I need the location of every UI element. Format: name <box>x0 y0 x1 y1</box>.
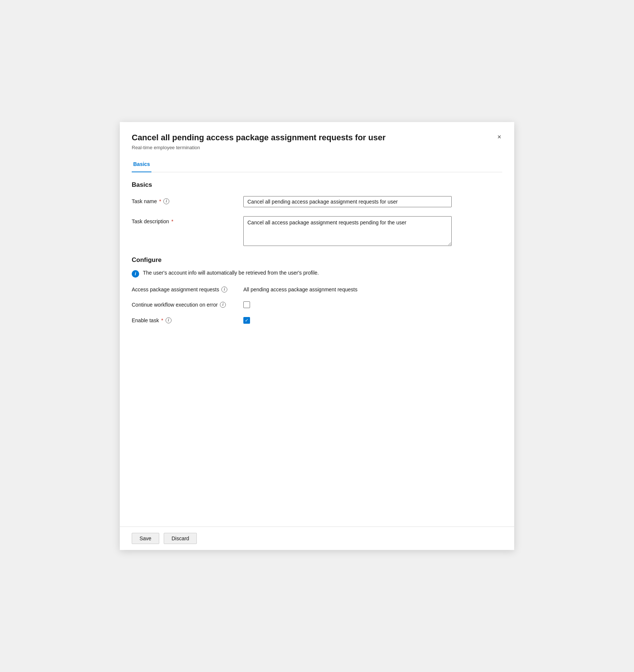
access-package-value: All pending access package assignment re… <box>243 287 358 292</box>
close-button[interactable]: × <box>493 131 505 143</box>
continue-workflow-row: Continue workflow execution on error i <box>132 301 502 308</box>
enable-task-info-icon[interactable]: i <box>166 317 172 323</box>
dialog-container: Cancel all pending access package assign… <box>120 122 514 550</box>
enable-task-row: Enable task * i ✓ <box>132 317 502 324</box>
task-name-info-icon[interactable]: i <box>163 198 169 204</box>
enable-task-checkbox[interactable]: ✓ <box>243 317 250 324</box>
dialog-header: Cancel all pending access package assign… <box>120 122 514 156</box>
continue-workflow-info-icon[interactable]: i <box>220 302 226 308</box>
dialog-body: Basics Basics Task name * i Task descrip… <box>120 156 514 527</box>
save-button[interactable]: Save <box>132 533 159 544</box>
task-name-row: Task name * i <box>132 196 502 207</box>
task-description-input[interactable] <box>243 216 452 246</box>
continue-workflow-checkbox-wrapper <box>243 301 250 308</box>
task-name-input-wrapper <box>243 196 452 207</box>
dialog-footer: Save Discard <box>120 527 514 550</box>
enable-task-label: Enable task * i <box>132 317 243 323</box>
basics-section-title: Basics <box>132 181 502 189</box>
access-package-label: Access package assignment requests i <box>132 287 243 292</box>
enable-task-checkbox-wrapper: ✓ <box>243 317 250 324</box>
tab-basics[interactable]: Basics <box>132 157 151 172</box>
task-name-label: Task name * i <box>132 196 243 204</box>
task-name-input[interactable] <box>243 196 452 207</box>
enable-task-required: * <box>161 317 163 323</box>
task-description-required: * <box>171 218 173 224</box>
continue-workflow-checkbox[interactable] <box>243 301 250 308</box>
task-description-input-wrapper <box>243 216 452 247</box>
access-package-row: Access package assignment requests i All… <box>132 287 502 292</box>
discard-button[interactable]: Discard <box>164 533 197 544</box>
checkmark-icon: ✓ <box>245 318 249 323</box>
dialog-title: Cancel all pending access package assign… <box>132 132 502 143</box>
info-banner-text: The user's account info will automatical… <box>143 270 319 276</box>
tabs-container: Basics <box>132 156 502 172</box>
access-package-info-icon[interactable]: i <box>221 287 227 292</box>
configure-section-title: Configure <box>132 256 502 264</box>
close-icon: × <box>497 133 502 141</box>
task-name-required: * <box>159 198 161 204</box>
dialog-subtitle: Real-time employee termination <box>132 145 502 150</box>
task-description-label: Task description * <box>132 216 243 224</box>
info-banner: i The user's account info will automatic… <box>132 270 502 278</box>
continue-workflow-label: Continue workflow execution on error i <box>132 302 243 308</box>
info-circle-icon: i <box>132 270 139 278</box>
task-description-row: Task description * <box>132 216 502 247</box>
